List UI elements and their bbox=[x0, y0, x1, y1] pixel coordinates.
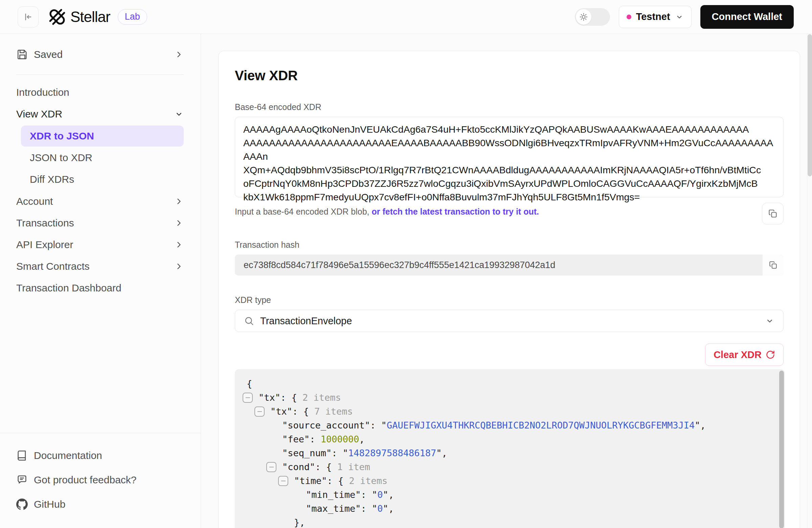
sidebar-item-transactions[interactable]: Transactions bbox=[0, 212, 201, 234]
chevron-right-icon bbox=[174, 197, 184, 206]
sidebar-item-json-to-xdr[interactable]: JSON to XDR bbox=[21, 147, 184, 168]
sidebar-item-label: Smart Contracts bbox=[16, 261, 90, 272]
copy-icon bbox=[768, 209, 778, 218]
app-header: Stellar Lab Testnet Connect Wallet bbox=[0, 0, 812, 34]
collapse-node-button[interactable] bbox=[255, 406, 264, 417]
fetch-latest-transaction-link[interactable]: or fetch the latest transaction to try i… bbox=[372, 207, 539, 216]
sidebar-item-label: Account bbox=[16, 196, 53, 207]
github-icon bbox=[16, 498, 28, 510]
collapse-sidebar-icon bbox=[23, 12, 33, 22]
sidebar-item-label: Saved bbox=[34, 49, 62, 60]
xdr-type-value: TransactionEnvelope bbox=[260, 315, 352, 327]
lab-badge: Lab bbox=[118, 9, 147, 25]
json-row: "time": { 2 items bbox=[235, 474, 778, 488]
copy-icon bbox=[769, 261, 778, 269]
sidebar-item-smart-contracts[interactable]: Smart Contracts bbox=[0, 256, 201, 277]
sidebar-footer-documentation[interactable]: Documentation bbox=[16, 443, 184, 468]
sidebar-footer-label: Got product feedback? bbox=[34, 474, 137, 486]
collapse-node-button[interactable] bbox=[243, 393, 253, 403]
chevron-right-icon bbox=[174, 262, 184, 271]
copy-xdr-button[interactable] bbox=[762, 203, 784, 224]
sidebar-divider bbox=[16, 74, 184, 75]
collapse-node-button[interactable] bbox=[266, 462, 276, 472]
chevron-right-icon bbox=[174, 218, 184, 228]
sidebar-item-transaction-dashboard[interactable]: Transaction Dashboard bbox=[0, 277, 201, 299]
light-mode-knob bbox=[576, 9, 591, 25]
sidebar-item-label: Transactions bbox=[16, 217, 74, 229]
sidebar-item-introduction[interactable]: Introduction bbox=[0, 82, 201, 103]
stellar-logo-icon bbox=[47, 6, 68, 27]
page-scrollbar[interactable] bbox=[807, 34, 812, 528]
xdr-helper-text: Input a base-64 encoded XDR blob, or fet… bbox=[235, 203, 539, 217]
feedback-icon bbox=[16, 474, 28, 486]
sidebar-item-label: API Explorer bbox=[16, 239, 73, 251]
json-row: "cond": { 1 item bbox=[235, 460, 778, 474]
tx-hash-value: ec738f8cd584c71f78496e5a15596ec327b9c4ff… bbox=[235, 260, 763, 270]
json-row: "max_time": "0", bbox=[235, 502, 778, 515]
sidebar-item-label: Transaction Dashboard bbox=[16, 282, 121, 294]
sidebar-nav: IntroductionView XDRXDR to JSONJSON to X… bbox=[0, 82, 201, 299]
json-viewer: {"tx": { 2 items"tx": { 7 items"source_a… bbox=[235, 369, 785, 528]
json-row: "source_account": "GAUEFWJIGXU4THKRCQBEB… bbox=[235, 418, 778, 432]
sun-icon bbox=[579, 13, 588, 21]
xdr-type-select[interactable]: TransactionEnvelope bbox=[235, 310, 784, 332]
sidebar-item-label: Diff XDRs bbox=[30, 174, 74, 185]
json-row: "tx": { 2 items bbox=[235, 390, 778, 404]
main-content: View XDR Base-64 encoded XDR AAAAAgAAAAo… bbox=[201, 34, 812, 528]
chevron-down-icon bbox=[174, 109, 184, 119]
page-title: View XDR bbox=[235, 68, 784, 83]
sidebar-item-xdr-to-json[interactable]: XDR to JSON bbox=[21, 126, 184, 146]
book-icon bbox=[16, 449, 28, 462]
collapse-node-button[interactable] bbox=[278, 476, 288, 486]
sidebar-footer-label: Documentation bbox=[34, 450, 102, 461]
clear-xdr-button[interactable]: Clear XDR bbox=[705, 344, 784, 366]
sidebar-item-api-explorer[interactable]: API Explorer bbox=[0, 234, 201, 256]
refresh-icon bbox=[766, 350, 775, 359]
sidebar-item-label: View XDR bbox=[16, 108, 62, 120]
json-row: "min_time": "0", bbox=[235, 488, 778, 502]
sidebar-footer-got-product-feedback-[interactable]: Got product feedback? bbox=[16, 468, 184, 492]
page-scrollbar-thumb[interactable] bbox=[808, 34, 812, 176]
xdr-blob-textarea[interactable]: AAAAAgAAAAoQtkoNenJnVEUAkCdAg6a7S4uH+Fkt… bbox=[235, 117, 784, 197]
network-status-dot bbox=[627, 15, 631, 19]
sidebar-item-label: Introduction bbox=[16, 87, 69, 98]
save-icon bbox=[16, 48, 28, 61]
chevron-down-icon bbox=[765, 316, 774, 326]
chevron-right-icon bbox=[174, 240, 184, 249]
sidebar-item-account[interactable]: Account bbox=[0, 190, 201, 212]
json-row: "seq_num": "1482897588486187", bbox=[235, 446, 778, 460]
tx-hash-label: Transaction hash bbox=[235, 240, 784, 250]
chevron-down-icon bbox=[675, 13, 684, 21]
sidebar-item-label: JSON to XDR bbox=[30, 152, 92, 163]
copy-hash-button[interactable] bbox=[763, 255, 784, 275]
sidebar-item-view-xdr[interactable]: View XDR bbox=[0, 103, 201, 125]
view-xdr-card: View XDR Base-64 encoded XDR AAAAAgAAAAo… bbox=[218, 51, 800, 528]
json-rows: {"tx": { 2 items"tx": { 7 items"source_a… bbox=[235, 377, 778, 528]
sidebar: Saved IntroductionView XDRXDR to JSONJSO… bbox=[0, 34, 201, 528]
json-row: { bbox=[235, 377, 778, 390]
json-viewer-scrollbar[interactable] bbox=[779, 371, 784, 528]
xdr-blob-label: Base-64 encoded XDR bbox=[235, 102, 784, 112]
chevron-right-icon bbox=[174, 50, 184, 59]
tx-hash-field: ec738f8cd584c71f78496e5a15596ec327b9c4ff… bbox=[235, 255, 784, 275]
brand-name: Stellar bbox=[70, 9, 110, 25]
theme-toggle[interactable] bbox=[575, 8, 610, 26]
xdr-type-label: XDR type bbox=[235, 295, 784, 305]
search-icon bbox=[244, 316, 254, 326]
sidebar-footer: DocumentationGot product feedback?GitHub bbox=[0, 433, 201, 528]
network-label: Testnet bbox=[636, 11, 670, 22]
network-select[interactable]: Testnet bbox=[619, 6, 692, 28]
sidebar-footer-github[interactable]: GitHub bbox=[16, 492, 184, 516]
brand[interactable]: Stellar bbox=[47, 6, 110, 27]
json-row: "tx": { 7 items bbox=[235, 404, 778, 418]
sidebar-item-diff-xdrs[interactable]: Diff XDRs bbox=[21, 169, 184, 190]
json-row: }, bbox=[235, 515, 778, 528]
sidebar-item-saved[interactable]: Saved bbox=[16, 43, 184, 66]
json-row: "fee": 1000000, bbox=[235, 432, 778, 446]
connect-wallet-button[interactable]: Connect Wallet bbox=[700, 5, 794, 29]
sidebar-item-label: XDR to JSON bbox=[30, 130, 94, 142]
collapse-sidebar-button[interactable] bbox=[18, 6, 39, 27]
sidebar-footer-label: GitHub bbox=[34, 499, 65, 510]
